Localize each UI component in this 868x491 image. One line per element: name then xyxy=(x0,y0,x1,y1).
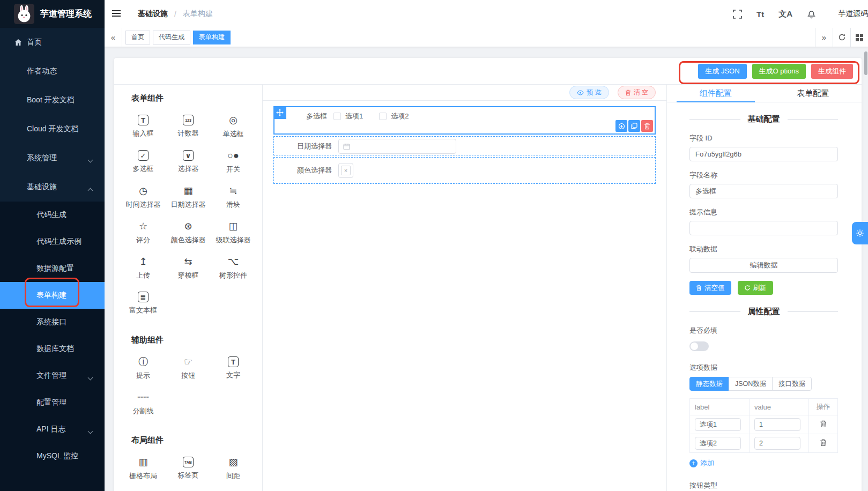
palette-item-grid-layout[interactable]: ▥栅格布局 xyxy=(121,451,166,486)
tab-code-generation[interactable]: 代码生成 xyxy=(153,31,190,44)
language-icon[interactable]: 文A xyxy=(778,9,792,19)
checkbox-icon[interactable] xyxy=(379,113,387,120)
canvas-component-date-picker[interactable]: 日期选择器 xyxy=(273,136,656,155)
delete-row-button[interactable] xyxy=(820,420,827,428)
palette-item-select[interactable]: ∨选择器 xyxy=(166,144,211,180)
clear-value-button[interactable]: 清空值 xyxy=(689,281,731,295)
canvas-component-checkbox-group[interactable]: 多选框 选项1 选项2 xyxy=(273,106,656,135)
sidebar-item-form-builder[interactable]: 表单构建 xyxy=(0,282,105,309)
tags-scroll-left-icon[interactable]: « xyxy=(105,28,122,47)
generate-json-button[interactable]: 生成 JSON xyxy=(698,64,746,79)
notification-bell-icon[interactable] xyxy=(807,9,816,19)
palette-item-input[interactable]: T输入框 xyxy=(121,109,166,144)
palette-item-counter[interactable]: 123计数器 xyxy=(166,109,211,144)
sidebar-item-infrastructure[interactable]: 基础设施 xyxy=(0,173,105,202)
palette-item-switch[interactable]: ○●开关 xyxy=(211,144,256,180)
sidebar-item-config-mgmt[interactable]: 配置管理 xyxy=(0,389,105,416)
fullscreen-icon[interactable] xyxy=(733,10,742,19)
palette-item-rate[interactable]: ☆评分 xyxy=(121,215,166,250)
palette-item-text[interactable]: T文字 xyxy=(211,351,256,386)
col-label: label xyxy=(690,399,750,415)
add-option-button[interactable]: + 添加 xyxy=(689,458,714,468)
preview-button[interactable]: 预 览 xyxy=(569,86,609,99)
breadcrumb-separator: / xyxy=(174,10,176,18)
generate-component-button[interactable]: 生成组件 xyxy=(811,64,853,79)
palette-item-transfer[interactable]: ⇆穿梭框 xyxy=(166,250,211,286)
palette-item-radio[interactable]: ◎单选框 xyxy=(211,109,256,144)
sidebar-item-mysql-monitor[interactable]: MySQL 监控 xyxy=(0,443,105,470)
delete-row-button[interactable] xyxy=(820,439,827,447)
font-size-icon[interactable]: Tt xyxy=(756,10,764,19)
tab-form-builder[interactable]: 表单构建 xyxy=(193,31,231,44)
palette-item-color-picker[interactable]: ⊛颜色选择器 xyxy=(166,215,211,250)
move-icon[interactable] xyxy=(273,106,286,119)
checkbox-icon[interactable] xyxy=(333,113,341,120)
refresh-icon[interactable] xyxy=(833,28,850,47)
sidebar-item-home[interactable]: 首页 xyxy=(0,28,105,57)
option-value-input[interactable] xyxy=(754,437,800,450)
basic-config-divider: 基础配置 xyxy=(689,114,838,124)
chevron-down-icon xyxy=(88,158,93,162)
palette-item-spacing[interactable]: ▨间距 xyxy=(211,451,256,486)
sidebar-item-code-gen-example[interactable]: 代码生成示例 xyxy=(0,228,105,255)
sidebar-item-code-generation[interactable]: 代码生成 xyxy=(0,202,105,228)
api-data-tab[interactable]: 接口数据 xyxy=(772,377,812,391)
palette-item-date-picker[interactable]: ▦日期选择器 xyxy=(166,180,211,215)
canvas-component-color-picker[interactable]: 颜色选择器 × xyxy=(273,157,656,184)
static-data-tab[interactable]: 静态数据 xyxy=(689,377,729,391)
scrollbar-thumb[interactable] xyxy=(864,51,867,75)
palette-item-slider[interactable]: ≒滑块 xyxy=(211,180,256,215)
field-id-input[interactable] xyxy=(689,147,838,161)
select-icon: ∨ xyxy=(183,150,194,161)
palette-item-tip[interactable]: ⓘ提示 xyxy=(121,351,166,386)
date-input[interactable] xyxy=(338,139,456,154)
tags-scroll-right-icon[interactable]: » xyxy=(815,28,833,47)
component-copy-button[interactable] xyxy=(628,120,640,132)
settings-drawer-handle[interactable] xyxy=(852,222,868,244)
tab-home[interactable]: 首页 xyxy=(125,31,150,44)
checkbox-option-2[interactable]: 选项2 xyxy=(379,111,409,121)
color-picker-trigger[interactable]: × xyxy=(338,163,353,178)
generate-options-button[interactable]: 生成O ptions xyxy=(752,64,806,79)
sidebar-item-datasource-config[interactable]: 数据源配置 xyxy=(0,255,105,282)
sidebar-item-label: 作者动态 xyxy=(27,66,57,76)
sidebar-item-system-api[interactable]: 系统接口 xyxy=(0,309,105,336)
tab-component-config[interactable]: 组件配置 xyxy=(667,85,765,102)
clear-canvas-button[interactable]: 清 空 xyxy=(618,86,656,99)
palette-item-rich-text[interactable]: ≣富文本框 xyxy=(121,286,166,321)
checkbox-option-1[interactable]: 选项1 xyxy=(333,111,363,121)
palette-item-divider[interactable]: ╌╌分割线 xyxy=(121,386,166,421)
option-value-input[interactable] xyxy=(754,418,800,431)
palette-item-tabs[interactable]: TAB标签页 xyxy=(166,451,211,486)
palette-item-upload[interactable]: ↥上传 xyxy=(121,250,166,286)
sidebar-item-cloud-docs[interactable]: Cloud 开发文档 xyxy=(0,115,105,144)
palette-item-button[interactable]: ☞按钮 xyxy=(166,351,211,386)
refresh-button[interactable]: 刷新 xyxy=(738,281,773,295)
component-delete-button[interactable] xyxy=(641,120,653,132)
tip-input[interactable] xyxy=(689,221,838,235)
palette-item-checkbox[interactable]: ✓多选框 xyxy=(121,144,166,180)
layout-grid-icon[interactable] xyxy=(850,28,868,47)
sidebar-item-author-news[interactable]: 作者动态 xyxy=(0,57,105,86)
palette-item-cascader[interactable]: ◫级联选择器 xyxy=(211,215,256,250)
logo-bar: 芋道管理系统 xyxy=(0,0,105,28)
component-arrow-button[interactable] xyxy=(615,120,627,132)
required-toggle[interactable] xyxy=(689,341,709,351)
tab-form-config[interactable]: 表单配置 xyxy=(765,85,862,102)
option-label-input[interactable] xyxy=(695,418,741,431)
sidebar-item-file-mgmt[interactable]: 文件管理 xyxy=(0,362,105,389)
edit-data-button[interactable]: 编辑数据 xyxy=(689,258,838,273)
sidebar-item-db-docs[interactable]: 数据库文档 xyxy=(0,336,105,362)
palette-item-time-picker[interactable]: ◷时间选择器 xyxy=(121,180,166,215)
sidebar-item-system-mgmt[interactable]: 系统管理 xyxy=(0,144,105,173)
sidebar-item-api-log[interactable]: API 日志 xyxy=(0,416,105,443)
sidebar-fold-icon[interactable] xyxy=(111,8,123,20)
palette-item-tree[interactable]: ⌥树形控件 xyxy=(211,250,256,286)
sidebar-item-boot-docs[interactable]: Boot 开发文档 xyxy=(0,86,105,115)
username[interactable]: 芋道源码 xyxy=(838,9,868,19)
breadcrumb-section[interactable]: 基础设施 xyxy=(138,9,168,19)
option-label-input[interactable] xyxy=(695,437,741,450)
json-data-tab[interactable]: JSON数据 xyxy=(729,377,773,391)
checkbox-option-label: 选项1 xyxy=(345,111,363,121)
field-name-input[interactable] xyxy=(689,184,838,198)
